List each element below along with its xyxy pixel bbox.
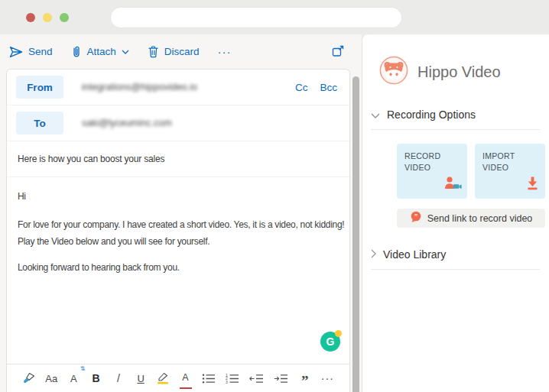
font-color-button[interactable]: A: [180, 368, 192, 389]
body-greeting: Hi: [18, 188, 339, 205]
bold-button[interactable]: B: [90, 369, 102, 387]
format-toolbar: Aa A⇅ B / U A: [7, 364, 349, 392]
discard-button[interactable]: Discard: [148, 45, 200, 58]
cc-button[interactable]: Cc: [295, 82, 308, 93]
chevron-down-icon: [122, 50, 129, 54]
import-video-label-line2: VIDEO: [482, 163, 508, 172]
record-video-label-line2: VIDEO: [404, 163, 430, 172]
bullet-list-button[interactable]: [202, 369, 216, 387]
import-video-card[interactable]: IMPORT VIDEO: [475, 144, 545, 199]
import-video-label-line1: IMPORT: [482, 151, 515, 160]
panel-title: Hippo Video: [417, 63, 501, 81]
to-button[interactable]: To: [16, 112, 63, 134]
video-library-section-toggle[interactable]: Video Library: [371, 248, 540, 261]
from-row: From integrations@hippovideo.io Cc Bcc: [7, 70, 349, 105]
section-divider: [371, 269, 540, 270]
send-link-label: Send link to record video: [427, 213, 533, 224]
highlight-button[interactable]: [157, 369, 169, 387]
send-icon: [9, 46, 23, 58]
format-overflow-button[interactable]: ···: [321, 369, 334, 387]
close-window-button[interactable]: [26, 13, 35, 22]
record-person-camera-icon: [443, 176, 462, 193]
subject-input[interactable]: Here is how you can boost your sales: [7, 141, 349, 177]
minimize-window-button[interactable]: [43, 13, 52, 22]
body-line: For love for your company. I have create…: [18, 216, 339, 233]
download-icon: [525, 176, 540, 193]
recording-options-label: Recording Options: [387, 109, 476, 121]
send-link-to-record-button[interactable]: ” Send link to record video: [397, 209, 545, 228]
speech-bubble-quote-icon: ”: [410, 211, 422, 225]
compose-toolbar: Send Attach: [0, 34, 362, 69]
to-row: To saki@lyceuminc.com: [7, 105, 349, 141]
message-body-editor[interactable]: Hi For love for your company. I have cre…: [7, 177, 349, 276]
mail-compose-pane: Send Attach: [0, 34, 362, 392]
svg-text:”: ”: [414, 212, 417, 220]
font-size-button[interactable]: A⇅: [67, 369, 80, 387]
send-button[interactable]: Send: [9, 46, 53, 58]
scrollbar[interactable]: [352, 76, 359, 392]
grammarly-notification-dot: [335, 330, 342, 337]
attach-button[interactable]: Attach: [71, 45, 129, 58]
underline-button[interactable]: U: [135, 369, 147, 387]
attach-label: Attach: [87, 46, 116, 57]
body-closing: Looking forward to hearing back from you…: [18, 259, 339, 276]
to-address: saki@lyceuminc.com: [82, 118, 172, 128]
body-line: Play the Video below and you will see fo…: [18, 233, 339, 250]
blockquote-button[interactable]: ”: [299, 366, 311, 390]
discard-label: Discard: [164, 46, 200, 57]
address-bar[interactable]: [111, 8, 401, 28]
trash-icon: [148, 45, 159, 58]
chevron-down-icon: [371, 109, 380, 121]
hippo-video-logo-icon: [379, 56, 408, 88]
recording-options-section-toggle[interactable]: Recording Options: [371, 109, 540, 121]
open-in-new-window-button[interactable]: [331, 44, 345, 60]
increase-indent-button[interactable]: [274, 369, 288, 387]
record-video-label-line1: RECORD: [404, 151, 440, 160]
numbered-list-button[interactable]: 1 2 3: [226, 369, 239, 387]
from-address: integrations@hippovideo.io: [82, 82, 197, 92]
format-painter-icon[interactable]: [22, 369, 35, 387]
zoom-window-button[interactable]: [60, 13, 69, 22]
italic-button[interactable]: /: [112, 369, 125, 387]
decrease-indent-button[interactable]: [249, 369, 264, 387]
from-button[interactable]: From: [16, 76, 63, 99]
svg-text:3: 3: [226, 380, 228, 384]
recording-option-cards: RECORD VIDEO IMPORT: [397, 144, 549, 199]
hippo-video-panel: Hippo Video Recording Options RECORD VID…: [362, 34, 549, 392]
chevron-right-icon: [371, 248, 376, 261]
paperclip-icon: [71, 45, 82, 58]
panel-header: Hippo Video: [362, 34, 549, 88]
bcc-button[interactable]: Bcc: [320, 82, 337, 93]
section-divider: [371, 129, 540, 130]
video-library-label: Video Library: [383, 248, 446, 261]
record-video-card[interactable]: RECORD VIDEO: [397, 144, 467, 199]
font-size-arrows-icon: ⇅: [80, 365, 86, 372]
titlebar: [0, 0, 549, 34]
compose-card: From integrations@hippovideo.io Cc Bcc T…: [6, 69, 350, 392]
toolbar-overflow-button[interactable]: ···: [218, 45, 232, 58]
font-picker[interactable]: Aa: [45, 369, 57, 387]
send-label: Send: [28, 46, 53, 57]
grammarly-icon[interactable]: G: [320, 332, 340, 352]
app-window: Send Attach: [0, 0, 549, 392]
